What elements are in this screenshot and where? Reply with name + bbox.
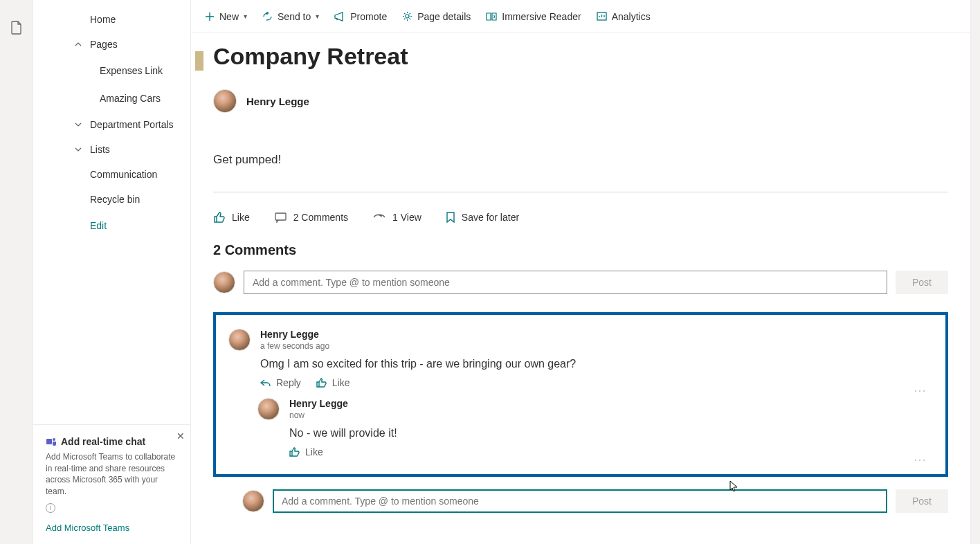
nav-expenses-link[interactable]: Expenses Link (33, 57, 190, 84)
comments-count[interactable]: 2 Comments (275, 212, 348, 223)
chevron-down-icon: ▾ (244, 12, 247, 20)
like-label: Like (332, 377, 350, 388)
like-comment-button[interactable]: Like (316, 377, 350, 388)
save-label: Save for later (462, 212, 519, 223)
bookmark-icon (446, 212, 455, 223)
title-accent (195, 51, 203, 71)
teams-promo: ✕ Add real-time chat Add Microsoft Teams… (33, 424, 190, 544)
nav-dept-label: Department Portals (90, 119, 174, 130)
author-avatar[interactable] (213, 89, 237, 113)
eye-icon (373, 213, 385, 221)
like-label: Like (305, 446, 323, 457)
nav-pages-label: Pages (90, 39, 118, 50)
more-icon[interactable]: ⋯ (914, 452, 927, 467)
divider (213, 192, 948, 192)
page-details-button[interactable]: Page details (402, 11, 471, 22)
analytics-icon (597, 12, 607, 21)
comments-label: 2 Comments (293, 212, 348, 223)
reader-icon (486, 12, 497, 21)
comment-text: No - we will provide it! (289, 427, 933, 439)
new-label: New (219, 11, 239, 22)
promote-button[interactable]: Promote (334, 11, 387, 22)
promo-link[interactable]: Add Microsoft Teams (46, 523, 178, 533)
promo-title: Add real-time chat (46, 436, 178, 447)
app-rail (0, 0, 33, 544)
comments-highlight-box: Henry Legge a few seconds ago Omg I am s… (213, 312, 948, 477)
comment-icon (275, 212, 287, 223)
post-button[interactable]: Post (896, 271, 948, 294)
page-stats: Like 2 Comments 1 View Save for later (213, 212, 948, 223)
more-icon[interactable]: ⋯ (914, 383, 927, 398)
current-user-avatar (213, 271, 235, 293)
comment-text: Omg I am so excited for this trip - are … (260, 358, 933, 370)
comment-author: Henry Legge (260, 329, 933, 340)
reply-icon (260, 379, 271, 388)
left-nav: Home Pages Expenses Link Amazing Cars De… (33, 0, 191, 544)
chevron-down-icon (73, 120, 83, 129)
current-user-avatar (242, 490, 264, 512)
nav-communication[interactable]: Communication (33, 162, 190, 187)
nav-recycle-label: Recycle bin (90, 194, 140, 205)
save-button[interactable]: Save for later (446, 212, 519, 223)
author-name: Henry Legge (246, 96, 309, 107)
comments-heading: 2 Comments (213, 242, 948, 258)
nav-recycle[interactable]: Recycle bin (33, 187, 190, 212)
send-to-button[interactable]: Send to ▾ (262, 11, 319, 22)
details-label: Page details (417, 11, 471, 22)
plus-icon (205, 12, 215, 21)
nav-department-portals[interactable]: Department Portals (33, 112, 190, 137)
command-bar: New ▾ Send to ▾ Promote Page details Imm… (191, 0, 970, 33)
share-icon (262, 12, 273, 21)
svg-rect-0 (46, 439, 52, 444)
document-icon[interactable] (10, 21, 23, 35)
main-area: New ▾ Send to ▾ Promote Page details Imm… (191, 0, 970, 544)
teams-icon (46, 436, 57, 447)
nav-amazing-cars[interactable]: Amazing Cars (33, 84, 190, 112)
comment-avatar[interactable] (228, 329, 251, 351)
comment-time: now (289, 410, 933, 420)
comment-author: Henry Legge (289, 398, 933, 409)
comment-input[interactable] (244, 271, 887, 294)
views-count: 1 View (373, 212, 421, 223)
nav-edit[interactable]: Edit (33, 212, 190, 239)
nav-home[interactable]: Home (33, 7, 190, 32)
nav-lists-label: Lists (90, 144, 110, 155)
reader-label: Immersive Reader (502, 11, 581, 22)
thumb-up-icon (213, 212, 225, 223)
like-label: Like (232, 212, 250, 223)
comment-avatar[interactable] (257, 398, 280, 420)
svg-point-1 (53, 438, 55, 441)
promote-label: Promote (350, 11, 387, 22)
svg-rect-4 (275, 213, 286, 220)
info-icon[interactable]: i (46, 503, 55, 513)
nav-home-label: Home (90, 14, 116, 25)
chevron-up-icon (73, 39, 83, 49)
like-button[interactable]: Like (213, 212, 250, 223)
close-icon[interactable]: ✕ (176, 430, 185, 442)
views-label: 1 View (392, 212, 421, 223)
comment-reply-item: Henry Legge now No - we will provide it!… (257, 398, 933, 457)
reply-button[interactable]: Reply (260, 377, 301, 388)
new-button[interactable]: New ▾ (205, 11, 247, 22)
gear-icon (402, 11, 412, 21)
chevron-down-icon: ▾ (316, 12, 319, 20)
send-label: Send to (278, 11, 311, 22)
chevron-down-icon (73, 145, 83, 154)
svg-point-2 (406, 15, 409, 18)
thumb-up-icon (289, 447, 300, 457)
nav-communication-label: Communication (90, 169, 157, 180)
like-comment-button[interactable]: Like (289, 446, 323, 457)
post-reply-button[interactable]: Post (896, 489, 948, 513)
reply-label: Reply (276, 377, 301, 388)
reply-input[interactable] (273, 489, 887, 513)
comment-time: a few seconds ago (260, 341, 933, 351)
scrollbar[interactable] (970, 0, 980, 544)
promo-desc: Add Microsoft Teams to collaborate in re… (46, 451, 178, 498)
thumb-up-icon (316, 378, 327, 388)
nav-pages[interactable]: Pages (33, 32, 190, 57)
immersive-reader-button[interactable]: Immersive Reader (486, 11, 581, 22)
analytics-label: Analytics (612, 11, 651, 22)
nav-lists[interactable]: Lists (33, 137, 190, 162)
page-title: Company Retreat (213, 43, 948, 70)
analytics-button[interactable]: Analytics (597, 11, 651, 22)
